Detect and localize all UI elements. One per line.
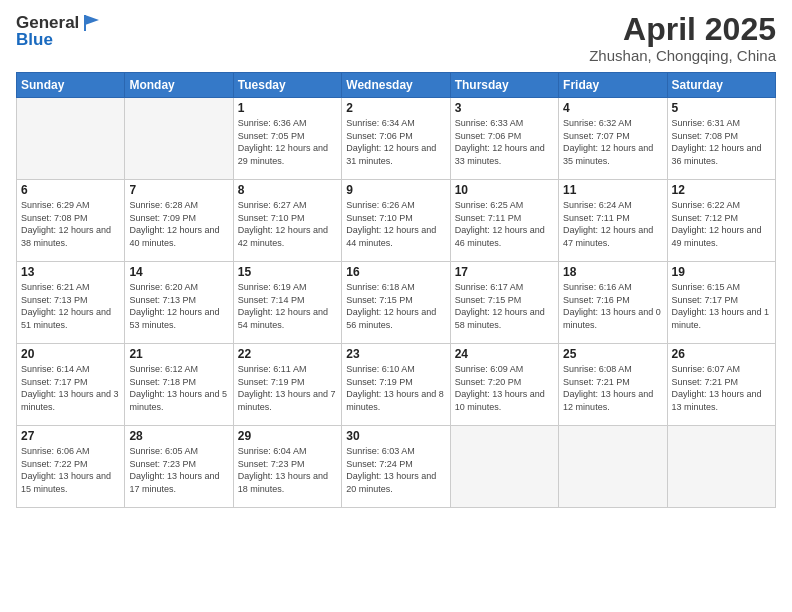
day-info: Sunrise: 6:18 AMSunset: 7:15 PMDaylight:…	[346, 281, 445, 331]
day-info: Sunrise: 6:22 AMSunset: 7:12 PMDaylight:…	[672, 199, 771, 249]
day-number: 5	[672, 101, 771, 115]
logo: General Blue	[16, 12, 103, 50]
day-info: Sunrise: 6:27 AMSunset: 7:10 PMDaylight:…	[238, 199, 337, 249]
day-info: Sunrise: 6:08 AMSunset: 7:21 PMDaylight:…	[563, 363, 662, 413]
day-number: 23	[346, 347, 445, 361]
calendar-cell: 19Sunrise: 6:15 AMSunset: 7:17 PMDayligh…	[667, 262, 775, 344]
day-number: 30	[346, 429, 445, 443]
day-info: Sunrise: 6:36 AMSunset: 7:05 PMDaylight:…	[238, 117, 337, 167]
calendar-cell: 12Sunrise: 6:22 AMSunset: 7:12 PMDayligh…	[667, 180, 775, 262]
calendar-cell: 4Sunrise: 6:32 AMSunset: 7:07 PMDaylight…	[559, 98, 667, 180]
weekday-header-thursday: Thursday	[450, 73, 558, 98]
day-number: 21	[129, 347, 228, 361]
weekday-header-row: SundayMondayTuesdayWednesdayThursdayFrid…	[17, 73, 776, 98]
day-info: Sunrise: 6:29 AMSunset: 7:08 PMDaylight:…	[21, 199, 120, 249]
svg-rect-1	[84, 15, 86, 31]
day-info: Sunrise: 6:11 AMSunset: 7:19 PMDaylight:…	[238, 363, 337, 413]
calendar-cell	[667, 426, 775, 508]
calendar-cell: 3Sunrise: 6:33 AMSunset: 7:06 PMDaylight…	[450, 98, 558, 180]
day-number: 17	[455, 265, 554, 279]
location: Zhushan, Chongqing, China	[589, 47, 776, 64]
day-number: 6	[21, 183, 120, 197]
title-block: April 2025 Zhushan, Chongqing, China	[589, 12, 776, 64]
calendar-week-row: 27Sunrise: 6:06 AMSunset: 7:22 PMDayligh…	[17, 426, 776, 508]
day-info: Sunrise: 6:14 AMSunset: 7:17 PMDaylight:…	[21, 363, 120, 413]
day-number: 27	[21, 429, 120, 443]
calendar-cell: 14Sunrise: 6:20 AMSunset: 7:13 PMDayligh…	[125, 262, 233, 344]
day-number: 9	[346, 183, 445, 197]
day-number: 14	[129, 265, 228, 279]
day-info: Sunrise: 6:19 AMSunset: 7:14 PMDaylight:…	[238, 281, 337, 331]
day-info: Sunrise: 6:25 AMSunset: 7:11 PMDaylight:…	[455, 199, 554, 249]
calendar-cell: 27Sunrise: 6:06 AMSunset: 7:22 PMDayligh…	[17, 426, 125, 508]
weekday-header-monday: Monday	[125, 73, 233, 98]
day-number: 2	[346, 101, 445, 115]
day-number: 11	[563, 183, 662, 197]
day-info: Sunrise: 6:20 AMSunset: 7:13 PMDaylight:…	[129, 281, 228, 331]
calendar-cell: 23Sunrise: 6:10 AMSunset: 7:19 PMDayligh…	[342, 344, 450, 426]
calendar-cell: 2Sunrise: 6:34 AMSunset: 7:06 PMDaylight…	[342, 98, 450, 180]
day-number: 1	[238, 101, 337, 115]
calendar-week-row: 1Sunrise: 6:36 AMSunset: 7:05 PMDaylight…	[17, 98, 776, 180]
day-info: Sunrise: 6:26 AMSunset: 7:10 PMDaylight:…	[346, 199, 445, 249]
calendar-cell	[559, 426, 667, 508]
calendar-cell: 10Sunrise: 6:25 AMSunset: 7:11 PMDayligh…	[450, 180, 558, 262]
calendar-week-row: 13Sunrise: 6:21 AMSunset: 7:13 PMDayligh…	[17, 262, 776, 344]
calendar-cell: 25Sunrise: 6:08 AMSunset: 7:21 PMDayligh…	[559, 344, 667, 426]
day-info: Sunrise: 6:21 AMSunset: 7:13 PMDaylight:…	[21, 281, 120, 331]
calendar-cell: 8Sunrise: 6:27 AMSunset: 7:10 PMDaylight…	[233, 180, 341, 262]
day-info: Sunrise: 6:32 AMSunset: 7:07 PMDaylight:…	[563, 117, 662, 167]
day-number: 26	[672, 347, 771, 361]
day-info: Sunrise: 6:24 AMSunset: 7:11 PMDaylight:…	[563, 199, 662, 249]
calendar-cell: 24Sunrise: 6:09 AMSunset: 7:20 PMDayligh…	[450, 344, 558, 426]
day-number: 19	[672, 265, 771, 279]
day-number: 8	[238, 183, 337, 197]
weekday-header-tuesday: Tuesday	[233, 73, 341, 98]
page-header: General Blue April 2025 Zhushan, Chongqi…	[16, 12, 776, 64]
svg-marker-0	[85, 15, 99, 25]
day-info: Sunrise: 6:06 AMSunset: 7:22 PMDaylight:…	[21, 445, 120, 495]
day-info: Sunrise: 6:31 AMSunset: 7:08 PMDaylight:…	[672, 117, 771, 167]
day-info: Sunrise: 6:16 AMSunset: 7:16 PMDaylight:…	[563, 281, 662, 331]
calendar-cell: 9Sunrise: 6:26 AMSunset: 7:10 PMDaylight…	[342, 180, 450, 262]
calendar-cell: 22Sunrise: 6:11 AMSunset: 7:19 PMDayligh…	[233, 344, 341, 426]
day-number: 7	[129, 183, 228, 197]
calendar-cell: 17Sunrise: 6:17 AMSunset: 7:15 PMDayligh…	[450, 262, 558, 344]
day-info: Sunrise: 6:33 AMSunset: 7:06 PMDaylight:…	[455, 117, 554, 167]
calendar-cell	[17, 98, 125, 180]
day-info: Sunrise: 6:12 AMSunset: 7:18 PMDaylight:…	[129, 363, 228, 413]
calendar-cell: 18Sunrise: 6:16 AMSunset: 7:16 PMDayligh…	[559, 262, 667, 344]
day-number: 10	[455, 183, 554, 197]
calendar-week-row: 6Sunrise: 6:29 AMSunset: 7:08 PMDaylight…	[17, 180, 776, 262]
calendar-cell	[125, 98, 233, 180]
calendar-cell: 29Sunrise: 6:04 AMSunset: 7:23 PMDayligh…	[233, 426, 341, 508]
day-info: Sunrise: 6:28 AMSunset: 7:09 PMDaylight:…	[129, 199, 228, 249]
day-number: 22	[238, 347, 337, 361]
day-info: Sunrise: 6:04 AMSunset: 7:23 PMDaylight:…	[238, 445, 337, 495]
calendar-cell: 6Sunrise: 6:29 AMSunset: 7:08 PMDaylight…	[17, 180, 125, 262]
day-number: 12	[672, 183, 771, 197]
day-info: Sunrise: 6:07 AMSunset: 7:21 PMDaylight:…	[672, 363, 771, 413]
day-info: Sunrise: 6:05 AMSunset: 7:23 PMDaylight:…	[129, 445, 228, 495]
day-number: 16	[346, 265, 445, 279]
day-number: 24	[455, 347, 554, 361]
calendar-cell: 11Sunrise: 6:24 AMSunset: 7:11 PMDayligh…	[559, 180, 667, 262]
day-number: 25	[563, 347, 662, 361]
day-info: Sunrise: 6:34 AMSunset: 7:06 PMDaylight:…	[346, 117, 445, 167]
calendar-cell: 26Sunrise: 6:07 AMSunset: 7:21 PMDayligh…	[667, 344, 775, 426]
calendar-cell: 7Sunrise: 6:28 AMSunset: 7:09 PMDaylight…	[125, 180, 233, 262]
weekday-header-saturday: Saturday	[667, 73, 775, 98]
day-number: 28	[129, 429, 228, 443]
day-number: 13	[21, 265, 120, 279]
day-info: Sunrise: 6:03 AMSunset: 7:24 PMDaylight:…	[346, 445, 445, 495]
logo-flag-icon	[81, 12, 103, 34]
calendar-week-row: 20Sunrise: 6:14 AMSunset: 7:17 PMDayligh…	[17, 344, 776, 426]
day-number: 15	[238, 265, 337, 279]
calendar-cell: 21Sunrise: 6:12 AMSunset: 7:18 PMDayligh…	[125, 344, 233, 426]
weekday-header-wednesday: Wednesday	[342, 73, 450, 98]
calendar-cell: 30Sunrise: 6:03 AMSunset: 7:24 PMDayligh…	[342, 426, 450, 508]
calendar-table: SundayMondayTuesdayWednesdayThursdayFrid…	[16, 72, 776, 508]
day-number: 4	[563, 101, 662, 115]
day-number: 29	[238, 429, 337, 443]
calendar-cell: 13Sunrise: 6:21 AMSunset: 7:13 PMDayligh…	[17, 262, 125, 344]
